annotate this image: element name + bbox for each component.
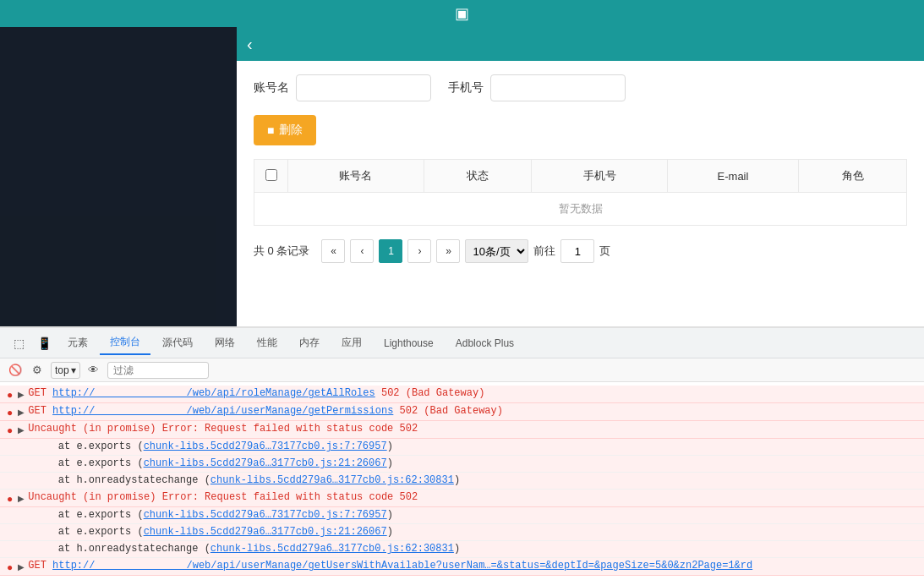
tab-memory[interactable]: 内存 <box>289 331 330 355</box>
table-header-account: 账号名 <box>288 160 424 193</box>
delete-label: 删除 <box>279 123 303 138</box>
page-unit-label: 页 <box>599 243 610 259</box>
empty-cell: 暂无数据 <box>254 193 907 226</box>
devtools-device-btn[interactable]: 📱 <box>32 331 56 355</box>
monitor-icon: ▣ <box>455 4 469 23</box>
stack-text-3-3: at h.onreadystatechange (chunk-libs.5cdd… <box>34 474 917 486</box>
tab-network[interactable]: 网络 <box>205 331 245 355</box>
stack-text-3-1: at e.exports (chunk-libs.5cdd279a6…73177… <box>34 440 917 452</box>
expand-1[interactable]: ▶ <box>18 390 25 399</box>
table-header-checkbox <box>254 160 288 193</box>
clear-console-btn[interactable]: 🚫 <box>7 362 24 379</box>
delete-button[interactable]: ■ 删除 <box>254 115 316 145</box>
tab-adblock[interactable]: Adblock Plus <box>446 331 524 355</box>
select-all-checkbox[interactable] <box>265 169 277 181</box>
top-dropdown[interactable]: top ▾ <box>51 362 80 379</box>
prev-page-btn[interactable]: ‹ <box>350 239 374 263</box>
console-text-5: GET http:// /web/api/userManage/getUsers… <box>28 560 917 572</box>
table-header-status: 状态 <box>424 160 532 193</box>
table-header-email: E-mail <box>667 160 798 193</box>
next-page-btn[interactable]: › <box>407 239 431 263</box>
table-header-role: 角色 <box>799 160 907 193</box>
empty-data-text: 暂无数据 <box>559 202 603 215</box>
console-output: ● ▶ GET http:// /web/api/roleManage/getA… <box>0 382 924 580</box>
console-error-5: ● ▶ GET http:// /web/api/userManage/getU… <box>0 558 924 576</box>
phone-filter-item: 手机号 <box>448 74 626 101</box>
stack-link-3-3[interactable]: chunk-libs.5cdd279a6…3177cb0.js:62:30831 <box>210 474 454 486</box>
top-label: top <box>55 364 69 376</box>
console-stack-4-1: at e.exports (chunk-libs.5cdd279a6…73177… <box>0 507 924 524</box>
eye-btn[interactable]: 👁 <box>85 362 102 379</box>
last-page-btn[interactable]: » <box>436 239 460 263</box>
filter-form: 账号名 手机号 <box>254 74 907 101</box>
goto-label: 前往 <box>533 243 555 259</box>
tab-sources[interactable]: 源代码 <box>152 331 203 355</box>
console-stack-4-3: at h.onreadystatechange (chunk-libs.5cdd… <box>0 541 924 558</box>
devtools-toolbar: 🚫 ⚙ top ▾ 👁 <box>0 358 924 382</box>
stack-link-3-2[interactable]: chunk-libs.5cdd279a6…3177cb0.js:21:26067 <box>144 457 387 469</box>
error-link-5[interactable]: http:// /web/api/userManage/getUsersWith… <box>52 560 752 572</box>
empty-row: 暂无数据 <box>254 193 907 226</box>
error-icon-2: ● <box>7 407 13 419</box>
stack-text-4-2: at e.exports (chunk-libs.5cdd279a6…3177c… <box>34 526 917 538</box>
nav-bar: ‹ <box>237 27 924 61</box>
pagination: 共 0 条记录 « ‹ 1 › » 10条/页 20条/页 50条/页 前往 页 <box>254 239 907 263</box>
tab-lighthouse[interactable]: Lighthouse <box>374 331 444 355</box>
expand-2[interactable]: ▶ <box>18 408 25 417</box>
stack-link-4-2[interactable]: chunk-libs.5cdd279a6…3177cb0.js:21:26067 <box>144 526 387 538</box>
account-label: 账号名 <box>254 80 289 96</box>
console-error-4: ● ▶ Uncaught (in promise) Error: Request… <box>0 490 924 507</box>
page-size-select[interactable]: 10条/页 20条/页 50条/页 <box>465 239 528 263</box>
error-link-2[interactable]: http:// /web/api/userManage/getPermissio… <box>52 405 393 417</box>
delete-icon: ■ <box>267 123 274 137</box>
stack-link-4-3[interactable]: chunk-libs.5cdd279a6…3177cb0.js:62:30831 <box>210 543 454 555</box>
console-settings-btn[interactable]: ⚙ <box>29 362 46 379</box>
error-icon-4: ● <box>7 493 13 505</box>
error-icon-5: ● <box>7 561 13 573</box>
tab-elements[interactable]: 元素 <box>57 331 98 355</box>
expand-4[interactable]: ▶ <box>18 494 25 503</box>
table-header-phone: 手机号 <box>532 160 668 193</box>
back-button[interactable]: ‹ <box>247 35 253 54</box>
account-filter-item: 账号名 <box>254 74 431 101</box>
first-page-btn[interactable]: « <box>321 239 345 263</box>
stack-link-3-1[interactable]: chunk-libs.5cdd279a6…73177cb0.js:7:76957 <box>144 440 387 452</box>
data-table: 账号名 状态 手机号 E-mail 角色 暂无数据 <box>254 159 907 226</box>
page-1-btn[interactable]: 1 <box>379 239 402 263</box>
console-text-1: GET http:// /web/api/roleManage/getAllRo… <box>28 387 917 399</box>
devtools-panel: ⬚ 📱 元素 控制台 源代码 网络 性能 内存 应用 Lighthouse Ad… <box>0 326 924 580</box>
console-filter-input[interactable] <box>107 362 209 379</box>
console-stack-3-3: at h.onreadystatechange (chunk-libs.5cdd… <box>0 473 924 490</box>
console-stack-3-2: at e.exports (chunk-libs.5cdd279a6…3177c… <box>0 456 924 473</box>
stack-text-3-2: at e.exports (chunk-libs.5cdd279a6…3177c… <box>34 457 917 469</box>
console-text-2: GET http:// /web/api/userManage/getPermi… <box>28 405 917 417</box>
console-text-4: Uncaught (in promise) Error: Request fai… <box>28 491 917 503</box>
console-error-3: ● ▶ Uncaught (in promise) Error: Request… <box>0 421 924 439</box>
goto-input[interactable] <box>560 239 594 263</box>
devtools-tabs: ⬚ 📱 元素 控制台 源代码 网络 性能 内存 应用 Lighthouse Ad… <box>0 328 924 358</box>
phone-input[interactable] <box>490 74 626 101</box>
error-icon-1: ● <box>7 389 13 401</box>
tab-application[interactable]: 应用 <box>331 331 372 355</box>
stack-text-4-3: at h.onreadystatechange (chunk-libs.5cdd… <box>34 543 917 555</box>
phone-label: 手机号 <box>448 80 484 96</box>
table-header-row: 账号名 状态 手机号 E-mail 角色 <box>254 160 907 193</box>
total-records: 共 0 条记录 <box>254 243 309 259</box>
error-icon-3: ● <box>7 424 13 436</box>
expand-5[interactable]: ▶ <box>18 562 25 572</box>
expand-3[interactable]: ▶ <box>18 425 25 435</box>
console-error-2: ● ▶ GET http:// /web/api/userManage/getP… <box>0 403 924 421</box>
account-input[interactable] <box>296 74 431 101</box>
devtools-inspect-btn[interactable]: ⬚ <box>7 331 30 355</box>
console-stack-4-2: at e.exports (chunk-libs.5cdd279a6…3177c… <box>0 524 924 541</box>
stack-link-4-1[interactable]: chunk-libs.5cdd279a6…73177cb0.js:7:76957 <box>144 509 387 521</box>
tab-console[interactable]: 控制台 <box>100 331 150 355</box>
console-error-1: ● ▶ GET http:// /web/api/roleManage/getA… <box>0 386 924 403</box>
stack-text-4-1: at e.exports (chunk-libs.5cdd279a6…73177… <box>34 509 917 521</box>
top-header: ▣ <box>0 0 924 27</box>
error-link-1[interactable]: http:// /web/api/roleManage/getAllRoles <box>52 387 375 399</box>
tab-performance[interactable]: 性能 <box>247 331 287 355</box>
console-text-3: Uncaught (in promise) Error: Request fai… <box>28 423 917 435</box>
console-stack-3-1: at e.exports (chunk-libs.5cdd279a6…73177… <box>0 439 924 456</box>
dropdown-arrow: ▾ <box>71 364 76 376</box>
